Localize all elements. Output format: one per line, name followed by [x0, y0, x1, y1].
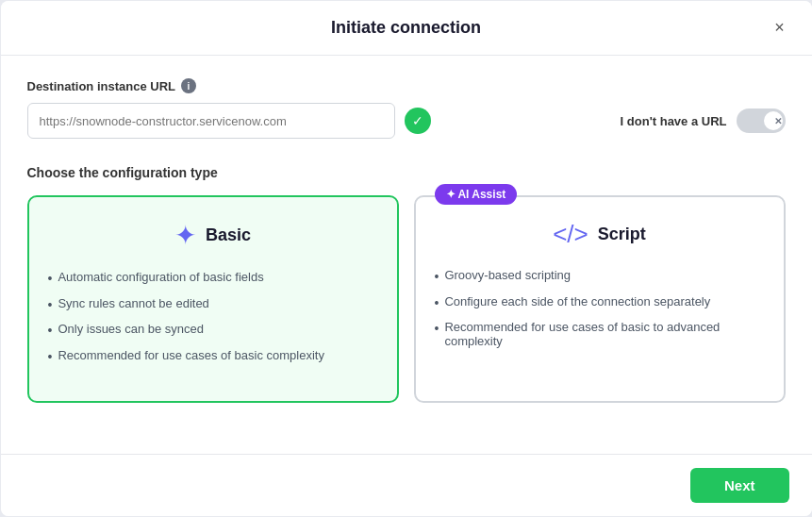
toggle-x-icon: ✕ — [774, 116, 782, 126]
ai-assist-badge[interactable]: ✦ AI Assist — [435, 184, 518, 205]
script-feature-3: Recommended for use cases of basic to ad… — [435, 320, 765, 348]
no-url-toggle[interactable]: ✕ — [737, 108, 786, 133]
modal-backdrop: Initiate connection × Destination instan… — [0, 0, 812, 517]
url-valid-icon: ✓ — [405, 108, 431, 134]
no-url-label: I don't have a URL — [621, 114, 727, 128]
info-icon[interactable]: i — [181, 78, 196, 93]
basic-card[interactable]: ✦ Basic Automatic configuration of basic… — [27, 195, 399, 403]
modal-header: Initiate connection × — [1, 1, 812, 56]
basic-icon: ✦ — [174, 220, 196, 251]
basic-card-title-row: ✦ Basic — [48, 220, 378, 251]
config-section-title: Choose the configuration type — [27, 165, 786, 180]
url-row: ✓ I don't have a URL ✕ — [27, 103, 786, 139]
basic-feature-1: Automatic configuration of basic fields — [48, 270, 378, 289]
basic-feature-4: Recommended for use cases of basic compl… — [48, 348, 378, 367]
basic-feature-2: Sync rules cannot be edited — [48, 296, 378, 315]
basic-card-title: Basic — [206, 225, 251, 245]
url-input[interactable] — [27, 103, 395, 139]
modal-body: Destination instance URL i ✓ I don't hav… — [1, 56, 812, 454]
script-card-title-row: </> Script — [435, 220, 765, 249]
basic-card-features: Automatic configuration of basic fields … — [48, 270, 378, 366]
script-feature-1: Groovy-based scripting — [435, 268, 765, 287]
script-card[interactable]: ✦ AI Assist </> Script Groovy-based scri… — [414, 195, 786, 403]
destination-url-label: Destination instance URL i — [27, 78, 786, 93]
basic-feature-3: Only issues can be synced — [48, 322, 378, 341]
modal-footer: Next — [1, 454, 812, 516]
script-card-features: Groovy-based scripting Configure each si… — [435, 268, 765, 348]
close-button[interactable]: × — [767, 15, 793, 42]
config-cards: ✦ Basic Automatic configuration of basic… — [27, 195, 786, 403]
no-url-section: I don't have a URL ✕ — [621, 108, 786, 133]
script-icon: </> — [553, 220, 588, 249]
next-button[interactable]: Next — [690, 468, 789, 503]
script-card-title: Script — [598, 225, 646, 244]
script-feature-2: Configure each side of the connection se… — [435, 294, 765, 313]
modal: Initiate connection × Destination instan… — [1, 1, 812, 516]
modal-title: Initiate connection — [331, 18, 481, 38]
